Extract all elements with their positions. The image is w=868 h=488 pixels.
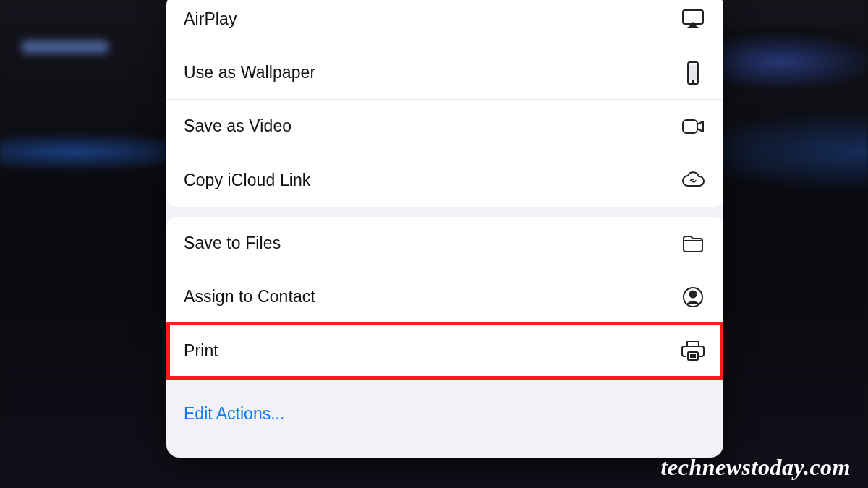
action-label: Save to Files — [184, 234, 281, 253]
action-group-2: Save to Files Assign to Contact Print — [166, 217, 723, 377]
watermark: technewstoday.com — [661, 454, 851, 481]
folder-icon — [680, 231, 706, 257]
edit-actions-link: Edit Actions... — [184, 404, 284, 424]
action-assign-to-contact[interactable]: Assign to Contact — [166, 270, 723, 324]
action-label: Save as Video — [184, 116, 292, 136]
phone-icon — [680, 60, 706, 86]
share-sheet: AirPlay Use as Wallpaper Save as Video — [166, 0, 723, 458]
action-label: Print — [184, 341, 218, 361]
background-glow — [22, 40, 109, 53]
svg-rect-2 — [689, 64, 697, 80]
svg-rect-0 — [683, 10, 703, 24]
cloud-link-icon — [680, 167, 706, 193]
edit-actions-row[interactable]: Edit Actions... — [166, 388, 723, 440]
action-use-as-wallpaper[interactable]: Use as Wallpaper — [166, 46, 723, 100]
action-airplay[interactable]: AirPlay — [166, 0, 723, 46]
action-save-to-files[interactable]: Save to Files — [166, 217, 723, 270]
svg-rect-9 — [688, 352, 698, 360]
action-label: Assign to Contact — [184, 287, 315, 307]
video-icon — [680, 114, 706, 140]
printer-icon — [680, 338, 706, 364]
action-label: Use as Wallpaper — [184, 63, 315, 82]
action-copy-icloud-link[interactable]: Copy iCloud Link — [166, 153, 723, 207]
action-save-as-video[interactable]: Save as Video — [166, 100, 723, 153]
action-label: AirPlay — [184, 9, 237, 29]
svg-point-7 — [690, 291, 697, 297]
action-label: Copy iCloud Link — [184, 171, 310, 190]
airplay-icon — [680, 7, 706, 33]
svg-rect-4 — [683, 120, 697, 133]
svg-rect-8 — [687, 341, 699, 346]
contact-icon — [680, 284, 706, 310]
highlight-box — [166, 322, 723, 380]
action-print[interactable]: Print — [166, 324, 723, 377]
svg-point-3 — [692, 80, 694, 82]
action-group-1: AirPlay Use as Wallpaper Save as Video — [166, 0, 723, 207]
